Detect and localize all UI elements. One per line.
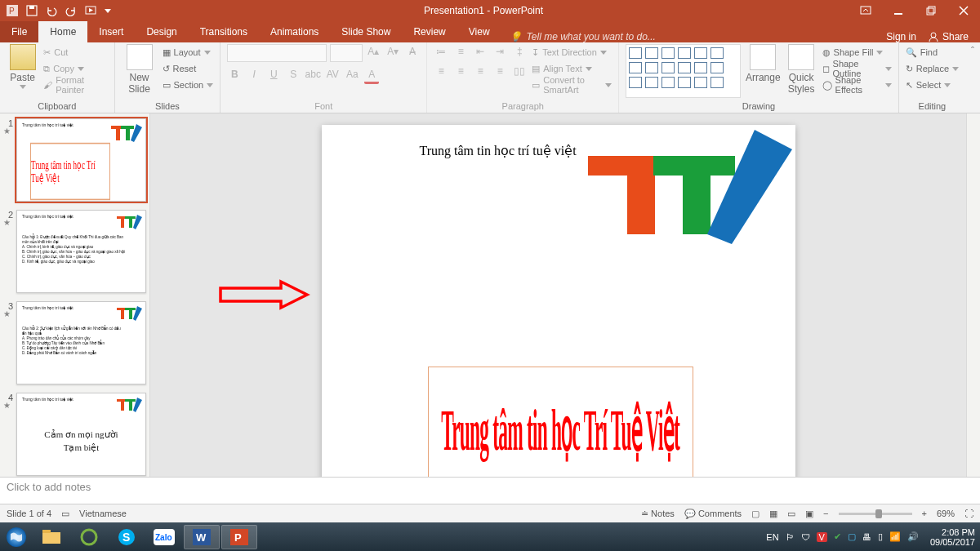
- thumbnail-4[interactable]: 4★ Trung tâm tin học trí tuệ việt Cảm ơn…: [3, 393, 146, 476]
- change-case-button[interactable]: Aa: [345, 67, 359, 82]
- font-name-combo[interactable]: [227, 44, 327, 62]
- shape-fill-button[interactable]: ◍Shape Fill: [822, 44, 892, 60]
- copy-button[interactable]: ⧉Copy: [43, 60, 107, 77]
- minimize-icon[interactable]: [882, 0, 915, 21]
- status-language[interactable]: Vietnamese: [79, 509, 127, 518]
- quick-styles-button[interactable]: Quick Styles: [786, 44, 817, 95]
- font-size-combo[interactable]: [330, 44, 363, 62]
- wordart-textbox[interactable]: Trung tâm tin học Trí Tuệ Việt: [428, 367, 693, 477]
- sign-in-link[interactable]: Sign in: [886, 31, 916, 42]
- tray-battery-icon[interactable]: ▯: [878, 531, 883, 542]
- shapes-gallery[interactable]: [626, 44, 741, 98]
- slide-panel[interactable]: 1★ Trung tâm tin học trí tuệ việt Trung …: [0, 113, 150, 477]
- replace-button[interactable]: ↻Replace: [906, 60, 959, 77]
- shape-effects-button[interactable]: ◯Shape Effects: [822, 77, 892, 93]
- bullets-icon[interactable]: ≔: [434, 44, 448, 59]
- tab-slideshow[interactable]: Slide Show: [330, 21, 402, 42]
- strikethrough-button[interactable]: abc: [305, 67, 320, 82]
- tray-shield-icon[interactable]: 🛡: [801, 532, 810, 542]
- format-painter-button[interactable]: 🖌Format Painter: [43, 77, 107, 93]
- layout-button[interactable]: ▦Layout: [163, 44, 214, 60]
- zoom-in-icon[interactable]: +: [922, 509, 927, 518]
- tray-volume-icon[interactable]: 🔊: [907, 531, 919, 542]
- restore-icon[interactable]: [915, 0, 947, 21]
- select-button[interactable]: ↖Select: [906, 77, 959, 93]
- zoom-out-icon[interactable]: −: [823, 509, 828, 518]
- slide-editor[interactable]: Trung tâm tin học trí tuệ việt Trung tâm…: [150, 113, 966, 477]
- taskbar-word[interactable]: W: [184, 525, 220, 549]
- tab-transitions[interactable]: Transitions: [189, 21, 259, 42]
- notes-pane[interactable]: Click to add notes: [0, 477, 980, 504]
- tab-insert[interactable]: Insert: [87, 21, 135, 42]
- undo-icon[interactable]: [46, 5, 57, 16]
- tell-me[interactable]: 💡 Tell me what you want to do...: [501, 31, 887, 42]
- redo-icon[interactable]: [65, 5, 77, 16]
- vertical-scrollbar[interactable]: [966, 113, 980, 477]
- tray-network-icon[interactable]: 📶: [889, 531, 901, 542]
- ribbon-options-icon[interactable]: [849, 0, 882, 21]
- tray-lang[interactable]: EN: [766, 532, 778, 542]
- taskbar-explorer[interactable]: [33, 525, 69, 549]
- fit-window-icon[interactable]: ⛶: [964, 509, 973, 518]
- section-button[interactable]: ▭Section: [163, 77, 214, 93]
- zoom-slider[interactable]: [839, 513, 912, 515]
- share-button[interactable]: Share: [928, 31, 969, 42]
- tray-unikey-icon[interactable]: V: [817, 532, 827, 542]
- spellcheck-icon[interactable]: ▭: [61, 509, 69, 519]
- shadow-button[interactable]: S: [286, 67, 301, 82]
- paste-button[interactable]: Paste: [7, 44, 38, 89]
- decrease-font-icon[interactable]: A▾: [385, 44, 400, 59]
- new-slide-button[interactable]: New Slide: [122, 44, 158, 95]
- tab-home[interactable]: Home: [38, 21, 87, 42]
- convert-smartart-button[interactable]: ▭Convert to SmartArt: [532, 77, 612, 93]
- char-spacing-button[interactable]: AV: [325, 67, 340, 82]
- tray-check-icon[interactable]: ✔: [834, 531, 841, 542]
- tab-animations[interactable]: Animations: [259, 21, 330, 42]
- sorter-view-icon[interactable]: ▦: [769, 509, 777, 519]
- line-spacing-icon[interactable]: ‡: [512, 44, 527, 59]
- cut-button[interactable]: ✂Cut: [43, 44, 107, 60]
- tab-view[interactable]: View: [457, 21, 501, 42]
- start-from-beginning-icon[interactable]: [85, 5, 96, 16]
- dedent-icon[interactable]: ⇤: [473, 44, 488, 59]
- numbering-icon[interactable]: ≡: [453, 44, 468, 59]
- align-center-icon[interactable]: ≡: [453, 64, 468, 78]
- clear-formatting-icon[interactable]: A̶: [405, 44, 420, 59]
- bold-button[interactable]: B: [227, 67, 242, 82]
- arrange-button[interactable]: Arrange: [746, 44, 781, 83]
- slide-title-text[interactable]: Trung tâm tin học trí tuệ việt: [420, 143, 577, 158]
- align-text-button[interactable]: ▤Align Text: [532, 60, 612, 77]
- taskbar-skype[interactable]: S: [109, 525, 145, 549]
- tab-file[interactable]: File: [0, 21, 38, 42]
- align-right-icon[interactable]: ≡: [473, 64, 488, 78]
- taskbar-powerpoint[interactable]: P: [221, 525, 257, 549]
- align-left-icon[interactable]: ≡: [434, 64, 448, 78]
- start-button[interactable]: [0, 522, 33, 551]
- tab-design[interactable]: Design: [135, 21, 188, 42]
- shape-outline-button[interactable]: ◻Shape Outline: [822, 60, 892, 77]
- thumbnail-2[interactable]: 2★ Trung tâm tin học trí tuệ việt Câu hỏ…: [3, 210, 146, 293]
- increase-font-icon[interactable]: A▴: [366, 44, 381, 59]
- font-color-button[interactable]: A: [364, 67, 379, 84]
- tray-clock[interactable]: 2:08 PM 09/05/2017: [925, 527, 975, 547]
- tray-printer-icon[interactable]: 🖶: [862, 532, 871, 542]
- text-direction-button[interactable]: ↧Text Direction: [532, 44, 612, 60]
- thumbnail-3[interactable]: 3★ Trung tâm tin học trí tuệ việt Câu hỏ…: [3, 301, 146, 384]
- indent-icon[interactable]: ⇥: [492, 44, 507, 59]
- taskbar-zalo[interactable]: Zalo: [146, 525, 182, 549]
- zoom-level[interactable]: 69%: [937, 509, 955, 518]
- reading-view-icon[interactable]: ▭: [787, 509, 795, 519]
- comments-toggle[interactable]: 💬 Comments: [684, 509, 742, 519]
- tab-review[interactable]: Review: [402, 21, 457, 42]
- tray-app-icon[interactable]: ▢: [848, 531, 856, 542]
- find-button[interactable]: 🔍Find: [906, 44, 959, 60]
- justify-icon[interactable]: ≡: [492, 64, 507, 78]
- tray-flag-icon[interactable]: 🏳: [786, 532, 795, 542]
- ttv-logo[interactable]: [580, 125, 795, 247]
- qat-more-icon[interactable]: [105, 9, 111, 13]
- columns-icon[interactable]: ▯▯: [512, 64, 527, 78]
- italic-button[interactable]: I: [247, 67, 261, 82]
- reset-button[interactable]: ↺Reset: [163, 60, 214, 77]
- thumbnail-1[interactable]: 1★ Trung tâm tin học trí tuệ việt Trung …: [3, 118, 146, 202]
- normal-view-icon[interactable]: ▢: [751, 509, 760, 519]
